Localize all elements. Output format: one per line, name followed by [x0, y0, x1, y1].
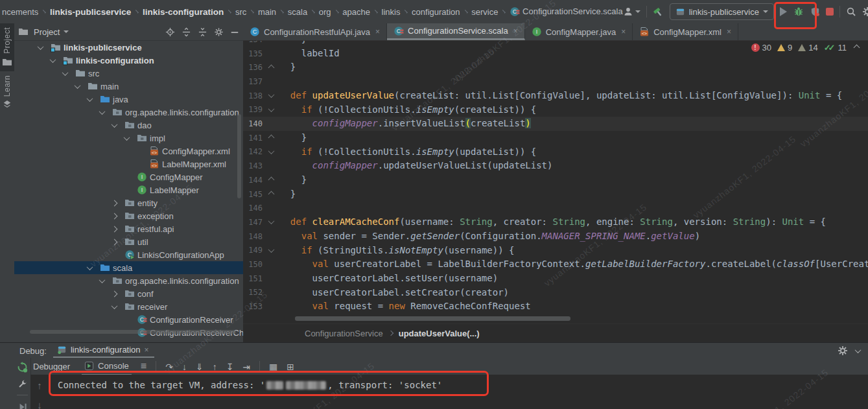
editor-tab-configurationrestfulapi-java[interactable]: CConfigurationRestfulApi.java×: [243, 23, 387, 40]
tool-window-button-learn[interactable]: Learn: [0, 71, 14, 113]
tree-item-linkis-publicservice[interactable]: linkis-publicservice: [14, 41, 243, 54]
debug-button[interactable]: [793, 6, 804, 18]
code-line-144[interactable]: 144 }: [243, 173, 868, 187]
line-number[interactable]: 141: [243, 134, 263, 143]
tree-vertical-scrollbar[interactable]: [237, 114, 241, 198]
line-number[interactable]: 149: [243, 246, 263, 255]
editor-tab-configmapper-java[interactable]: IConfigMapper.java×: [525, 23, 633, 40]
fold-marker[interactable]: [263, 220, 279, 224]
fold-marker[interactable]: [263, 178, 279, 182]
code-line-145[interactable]: 145 }: [243, 187, 868, 202]
line-number[interactable]: 138: [243, 91, 263, 100]
hide-button[interactable]: [230, 27, 239, 37]
tree-item-impl[interactable]: impl: [14, 132, 243, 145]
editor-horizontal-scrollbar[interactable]: [295, 316, 570, 321]
fold-marker[interactable]: [263, 135, 279, 140]
tree-item-restful-api[interactable]: restful.api: [14, 222, 243, 235]
tree-item-labelmapper-xml[interactable]: <>LabelMapper.xml: [14, 158, 243, 170]
breadcrumb-item[interactable]: configuration: [412, 7, 460, 17]
tree-item-linkis-configuration[interactable]: linkis-configuration: [14, 54, 243, 67]
evaluate-button[interactable]: ▦: [269, 361, 277, 371]
code-line-136[interactable]: 136 }: [243, 60, 868, 75]
code-line-150[interactable]: 150 val userCreatorLabel = LabelBuilderF…: [243, 257, 868, 272]
breadcrumb-item[interactable]: scala: [288, 7, 307, 17]
close-icon[interactable]: ×: [513, 27, 518, 36]
up-arrow-button[interactable]: ↑: [37, 379, 42, 391]
error-indicator[interactable]: !30: [751, 43, 771, 53]
breadcrumb-class[interactable]: ConfigurationService: [305, 329, 383, 338]
profile-button[interactable]: [810, 6, 820, 17]
tree-item-org-apache-linkis-configuration[interactable]: org.apache.linkis.configuration: [14, 106, 243, 119]
tree-item-src[interactable]: src: [14, 67, 243, 80]
tree-item-util[interactable]: util: [14, 235, 243, 248]
line-number[interactable]: 146: [243, 204, 263, 213]
fold-marker[interactable]: [263, 65, 279, 70]
line-number[interactable]: 152: [243, 288, 263, 297]
stop-button[interactable]: [826, 8, 834, 16]
line-number[interactable]: 136: [243, 63, 263, 72]
tree-item-entity[interactable]: entity: [14, 196, 243, 209]
line-number[interactable]: 142: [243, 147, 263, 156]
search-everywhere-button[interactable]: [846, 6, 856, 17]
fold-marker[interactable]: [263, 150, 279, 154]
breadcrumb-item[interactable]: ncements: [2, 7, 38, 17]
drop-frame-button[interactable]: ↧: [226, 361, 234, 371]
breadcrumb-item[interactable]: linkis-configuration: [143, 7, 224, 17]
passed-indicator[interactable]: ✓✓11: [824, 43, 847, 53]
build-button[interactable]: [653, 6, 664, 18]
code-line-142[interactable]: 142 if (!CollectionUtils.isEmpty(updateL…: [243, 145, 868, 159]
code-line-152[interactable]: 152 userCreatorLabel.setCreator(creator): [243, 286, 868, 300]
chevron-down-icon[interactable]: [75, 82, 81, 89]
tree-horizontal-scrollbar[interactable]: [30, 330, 236, 334]
tree-item-receiver[interactable]: receiver: [14, 300, 243, 313]
close-icon[interactable]: ×: [375, 27, 380, 36]
fold-marker[interactable]: [263, 192, 279, 196]
tree-item-org-apache-linkis-configuration[interactable]: org.apache.linkis.configuration: [14, 274, 243, 287]
locate-button[interactable]: [165, 27, 175, 37]
chevron-right-icon[interactable]: [111, 213, 118, 220]
line-number[interactable]: 151: [243, 274, 263, 283]
breadcrumb-item[interactable]: linkis-publicservice: [50, 7, 131, 17]
breadcrumb-method[interactable]: updateUserValue(...): [399, 329, 480, 338]
tree-item-exception[interactable]: exception: [14, 209, 243, 222]
collapse-inspections-icon[interactable]: [854, 45, 860, 51]
tree-item-conf[interactable]: conf: [14, 287, 243, 300]
chevron-down-icon[interactable]: [87, 264, 93, 270]
fold-marker[interactable]: [263, 93, 279, 98]
breadcrumb-item[interactable]: main: [258, 7, 276, 17]
breadcrumb-item[interactable]: service: [471, 7, 498, 17]
run-to-cursor-button[interactable]: ⇥: [242, 361, 250, 371]
tree-item-scala[interactable]: scala: [14, 261, 243, 274]
resume-button[interactable]: [18, 401, 27, 409]
weak-warning-indicator[interactable]: 14: [798, 43, 817, 53]
line-number[interactable]: 139: [243, 105, 263, 114]
chevron-down-icon[interactable]: [99, 277, 106, 283]
debug-tab-console[interactable]: Console: [82, 357, 132, 375]
chevron-down-icon[interactable]: [111, 121, 118, 128]
down-arrow-button[interactable]: ↓: [37, 399, 42, 409]
line-number[interactable]: 135: [243, 49, 263, 58]
line-number[interactable]: 148: [243, 232, 263, 241]
collapse-all-button[interactable]: [198, 27, 207, 37]
code-line-139[interactable]: 139 if (!CollectionUtils.isEmpty(createL…: [243, 103, 868, 117]
code-line-138[interactable]: 138 def updateUserValue(createList: util…: [243, 89, 868, 103]
chevron-right-icon[interactable]: [111, 226, 118, 233]
fold-marker[interactable]: [263, 108, 279, 112]
warning-indicator[interactable]: 9: [777, 43, 792, 53]
close-icon[interactable]: ×: [621, 27, 626, 36]
line-number[interactable]: 143: [243, 161, 263, 170]
tree-item-configmapper-xml[interactable]: <>ConfigMapper.xml: [14, 145, 243, 158]
tree-item-dao[interactable]: dao: [14, 119, 243, 132]
tree-item-linkisconfigurationapp[interactable]: CLinkisConfigurationApp: [14, 248, 243, 261]
code-line-149[interactable]: 149 if (StringUtils.isNotEmpty(username)…: [243, 244, 868, 258]
line-number[interactable]: 137: [243, 77, 263, 86]
close-icon[interactable]: ×: [145, 345, 149, 355]
user-menu-button[interactable]: [623, 6, 640, 17]
breadcrumb-item[interactable]: org: [319, 7, 331, 17]
step-out-button[interactable]: ↑: [213, 361, 217, 371]
run-config-combo-button[interactable]: linkis-publicservice: [670, 3, 774, 20]
chevron-down-icon[interactable]: [38, 43, 44, 50]
code-line-147[interactable]: 147 def clearAMCacheConf(username: Strin…: [243, 215, 868, 229]
code-line-148[interactable]: 148 val sender = Sender.getSender(Config…: [243, 229, 868, 244]
editor-tab-configmapper-xml[interactable]: <>ConfigMapper.xml×: [633, 23, 738, 40]
